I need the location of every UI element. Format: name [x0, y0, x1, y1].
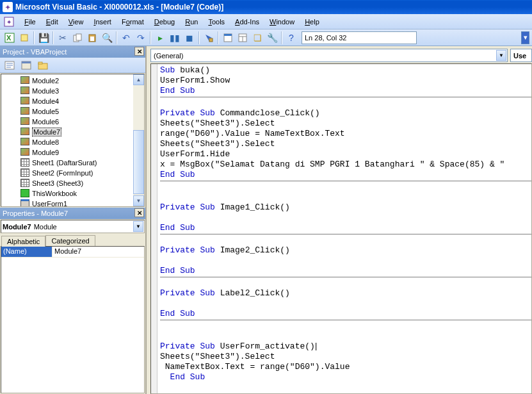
tree-item-module3[interactable]: Module3	[1, 86, 144, 96]
wb-icon	[20, 189, 29, 198]
tree-item-module8[interactable]: Module8	[1, 137, 144, 147]
scroll-thumb[interactable]	[133, 130, 144, 194]
tree-item-sheet2-forminput-[interactable]: Sheet2 (FormInput)	[1, 168, 144, 178]
tree-item-label: UserForm1	[32, 200, 67, 207]
project-tree[interactable]: Module2Module3Module4Module5Module6Modul…	[1, 74, 145, 207]
reset-button[interactable]: ◼	[182, 31, 197, 45]
property-row[interactable]: (Name) Module7	[1, 247, 144, 258]
m: ile	[29, 18, 36, 26]
menu-debug[interactable]: Debug	[149, 16, 180, 28]
find-button[interactable]: 🔍	[100, 31, 114, 45]
tree-item-thisworkbook[interactable]: ThisWorkbook	[1, 188, 144, 199]
properties-panel-close-button[interactable]: ✕	[134, 208, 144, 217]
view-code-button[interactable]	[3, 59, 17, 72]
property-name: (Name)	[1, 247, 52, 257]
copy-button[interactable]	[70, 31, 85, 45]
svg-rect-4	[21, 35, 28, 41]
toolbox-button[interactable]: 🔧	[265, 31, 279, 45]
toggle-folders-button[interactable]	[36, 59, 50, 72]
menu-window[interactable]: Window	[264, 16, 300, 28]
svg-rect-21	[22, 62, 31, 63]
tab-alphabetic[interactable]: Alphabetic	[1, 236, 45, 247]
tree-item-label: Module7	[32, 127, 61, 136]
insert-button[interactable]	[17, 31, 31, 45]
menu-file[interactable]: File	[19, 16, 41, 28]
svg-rect-23	[38, 62, 42, 64]
mdi-icon: ✦	[4, 17, 14, 27]
menu-view[interactable]: View	[63, 16, 89, 28]
svg-rect-8	[90, 37, 94, 41]
menu-edit[interactable]: Edit	[41, 16, 63, 28]
tree-item-module5[interactable]: Module5	[1, 106, 144, 117]
tab-categorized[interactable]: Categorized	[45, 235, 95, 246]
tree-item-label: Sheet3 (Sheet3)	[32, 179, 83, 187]
redo-button[interactable]: ↷	[134, 31, 148, 45]
tree-item-label: Sheet1 (DaftarSurat)	[32, 159, 97, 167]
toolbar-options-button[interactable]: ▾	[521, 31, 529, 44]
mod-icon	[20, 138, 29, 147]
tree-item-sheet1-daftarsurat-[interactable]: Sheet1 (DaftarSurat)	[1, 158, 144, 168]
menu-insert[interactable]: Insert	[88, 16, 117, 28]
tree-item-userform1[interactable]: UserForm1	[1, 199, 144, 207]
view-object-button[interactable]	[19, 59, 33, 72]
tree-item-sheet3-sheet3-[interactable]: Sheet3 (Sheet3)	[1, 178, 144, 188]
property-value[interactable]: Module7	[52, 247, 83, 257]
cut-button[interactable]: ✂	[56, 31, 70, 45]
mod-icon	[20, 117, 29, 126]
chevron-down-icon: ▼	[133, 221, 143, 232]
mod-icon	[20, 107, 29, 116]
tree-item-module4[interactable]: Module4	[1, 96, 144, 106]
paste-button[interactable]	[85, 31, 99, 45]
tree-item-label: Module6	[32, 118, 59, 126]
tree-item-module9[interactable]: Module9	[1, 147, 144, 158]
menubar: ✦ File Edit View Insert Format Debug Run…	[0, 14, 532, 29]
scroll-down-button[interactable]: ▼	[133, 195, 144, 206]
mod-icon	[20, 86, 29, 95]
break-button[interactable]: ▮▮	[168, 31, 182, 45]
code-editor[interactable]: Sub buka()UserForm1.ShowEnd Sub Private …	[150, 63, 532, 394]
properties-grid[interactable]: (Name) Module7	[1, 246, 145, 393]
procedure-combo[interactable]: Use	[510, 49, 532, 62]
mod-icon	[20, 148, 29, 157]
project-panel-close-button[interactable]: ✕	[134, 47, 144, 56]
properties-panel-title: Properties - Module7 ✕	[0, 208, 145, 219]
tree-item-module2[interactable]: Module2	[1, 76, 144, 86]
tree-item-label: Module9	[32, 149, 59, 156]
mod-icon	[20, 127, 29, 136]
menu-help[interactable]: Help	[300, 16, 325, 28]
object-combo[interactable]: (General) ▼	[150, 49, 508, 62]
menu-run[interactable]: Run	[180, 16, 203, 28]
mod-icon	[20, 97, 29, 106]
menu-addins[interactable]: Add-Ins	[230, 16, 264, 28]
menu-format[interactable]: Format	[117, 16, 149, 28]
window-title: Microsoft Visual Basic - XI0000012.xls -…	[15, 3, 223, 12]
project-toolbar	[0, 58, 145, 73]
object-browser-button[interactable]: ❏	[250, 31, 264, 45]
undo-button[interactable]: ↶	[119, 31, 133, 45]
app-icon: ✦	[3, 2, 13, 12]
titlebar[interactable]: ✦ Microsoft Visual Basic - XI0000012.xls…	[0, 0, 532, 14]
scroll-up-button[interactable]: ▲	[133, 74, 144, 85]
code-margin	[151, 64, 157, 393]
toolbar: X 💾 ✂ 🔍 ↶ ↷ ▸ ▮▮ ◼ ❏ 🔧 ? Ln 28, Col 32 ▾	[0, 29, 532, 46]
save-button[interactable]: 💾	[36, 31, 51, 45]
svg-rect-12	[224, 34, 232, 36]
project-explorer-button[interactable]	[221, 31, 235, 45]
tree-item-module7[interactable]: Module7	[1, 127, 144, 137]
design-mode-button[interactable]	[202, 31, 216, 45]
menu-tools[interactable]: Tools	[203, 16, 230, 28]
properties-tabs: Alphabetic Categorized	[0, 234, 145, 246]
tree-item-label: ThisWorkbook	[32, 190, 77, 197]
svg-text:✦: ✦	[6, 19, 12, 26]
tree-item-module6[interactable]: Module6	[1, 117, 144, 127]
help-button[interactable]: ?	[284, 31, 298, 45]
tree-item-label: Module4	[32, 97, 59, 105]
properties-window-button[interactable]	[236, 31, 250, 45]
run-button[interactable]: ▸	[153, 31, 167, 45]
mod-icon	[20, 76, 29, 85]
svg-text:X: X	[6, 34, 12, 42]
form-icon	[20, 199, 29, 207]
excel-view-button[interactable]: X	[3, 31, 17, 45]
project-scrollbar[interactable]: ▲ ▼	[133, 74, 144, 206]
properties-object-selector[interactable]: Module7 Module ▼	[1, 220, 145, 233]
